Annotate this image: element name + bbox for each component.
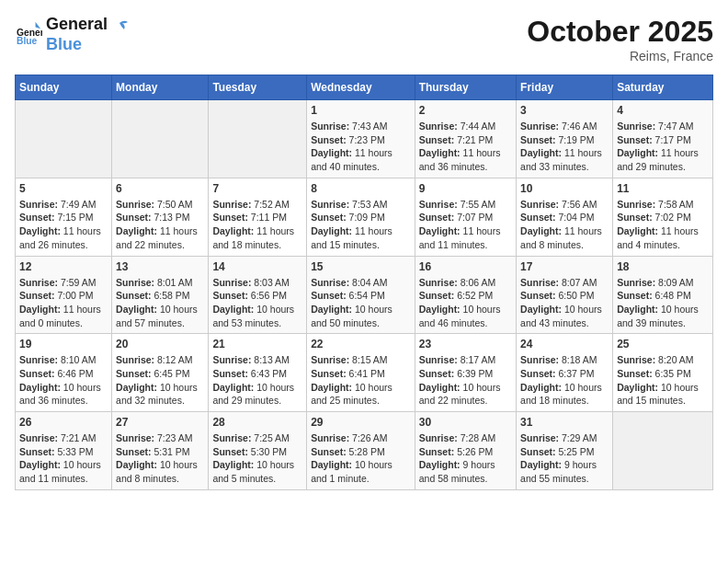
- day-number: 31: [520, 416, 609, 429]
- title-area: October 2025 Reims, France: [527, 15, 713, 63]
- cell-line: Daylight: 10 hours and 15 minutes.: [617, 381, 709, 408]
- logo-general: General: [46, 15, 108, 35]
- day-number: 25: [617, 338, 709, 350]
- cell-line: Sunrise: 7:56 AM: [520, 198, 609, 212]
- cell-line: Sunset: 5:31 PM: [116, 445, 204, 459]
- day-number: 12: [19, 260, 108, 273]
- calendar-cell: 2Sunrise: 7:44 AMSunset: 7:21 PMDaylight…: [415, 100, 516, 178]
- cell-content: Sunrise: 7:58 AMSunset: 7:02 PMDaylight:…: [617, 198, 709, 252]
- logo: General Blue General Blue: [15, 15, 130, 54]
- cell-content: Sunrise: 7:59 AMSunset: 7:00 PMDaylight:…: [19, 276, 108, 330]
- cell-line: Sunset: 7:02 PM: [617, 211, 709, 224]
- cell-line: Sunrise: 8:09 AM: [617, 276, 709, 290]
- cell-line: Sunset: 7:19 PM: [520, 133, 609, 147]
- week-row-3: 19Sunrise: 8:10 AMSunset: 6:46 PMDayligh…: [16, 334, 713, 412]
- cell-line: Sunset: 6:46 PM: [19, 367, 108, 381]
- cell-content: Sunrise: 7:53 AMSunset: 7:09 PMDaylight:…: [311, 198, 411, 252]
- cell-line: Daylight: 10 hours and 1 minute.: [311, 458, 411, 485]
- calendar-cell: 25Sunrise: 8:20 AMSunset: 6:35 PMDayligh…: [613, 334, 713, 412]
- day-number: 13: [116, 260, 204, 273]
- cell-line: Sunrise: 8:18 AM: [520, 353, 609, 367]
- svg-text:Blue: Blue: [17, 36, 38, 46]
- cell-line: Sunset: 7:17 PM: [617, 133, 709, 147]
- header-day-sunday: Sunday: [16, 75, 112, 100]
- cell-content: Sunrise: 7:28 AMSunset: 5:26 PMDaylight:…: [419, 431, 512, 486]
- calendar-cell: 29Sunrise: 7:26 AMSunset: 5:28 PMDayligh…: [307, 412, 415, 490]
- cell-line: Sunset: 7:11 PM: [212, 211, 302, 224]
- cell-line: Sunrise: 7:52 AM: [212, 198, 302, 212]
- calendar-cell: 31Sunrise: 7:29 AMSunset: 5:25 PMDayligh…: [517, 412, 613, 490]
- cell-line: Sunrise: 7:46 AM: [520, 120, 609, 133]
- cell-line: Sunset: 6:58 PM: [116, 289, 204, 303]
- day-number: 2: [419, 104, 512, 117]
- cell-line: Sunrise: 8:06 AM: [419, 276, 512, 290]
- cell-content: Sunrise: 7:25 AMSunset: 5:30 PMDaylight:…: [212, 431, 302, 486]
- day-number: 18: [617, 260, 709, 273]
- logo-blue: Blue: [46, 35, 108, 55]
- cell-line: Sunset: 7:00 PM: [19, 289, 108, 303]
- week-row-1: 5Sunrise: 7:49 AMSunset: 7:15 PMDaylight…: [16, 178, 713, 256]
- cell-content: Sunrise: 7:56 AMSunset: 7:04 PMDaylight:…: [520, 198, 609, 252]
- cell-content: Sunrise: 8:12 AMSunset: 6:45 PMDaylight:…: [116, 353, 204, 408]
- cell-content: Sunrise: 7:49 AMSunset: 7:15 PMDaylight:…: [19, 198, 108, 252]
- day-number: 17: [520, 260, 609, 273]
- cell-line: Daylight: 11 hours and 18 minutes.: [212, 224, 302, 251]
- cell-line: Sunrise: 7:55 AM: [419, 198, 512, 212]
- cell-line: Daylight: 10 hours and 50 minutes.: [311, 303, 411, 329]
- calendar-cell: 11Sunrise: 7:58 AMSunset: 7:02 PMDayligh…: [613, 178, 713, 256]
- cell-line: Sunrise: 8:15 AM: [311, 353, 411, 367]
- week-row-0: 1Sunrise: 7:43 AMSunset: 7:23 PMDaylight…: [16, 100, 713, 178]
- day-number: 3: [520, 104, 609, 117]
- cell-content: Sunrise: 7:50 AMSunset: 7:13 PMDaylight:…: [116, 198, 204, 252]
- day-number: 7: [212, 182, 302, 195]
- cell-content: Sunrise: 8:13 AMSunset: 6:43 PMDaylight:…: [212, 353, 302, 408]
- calendar-cell: 10Sunrise: 7:56 AMSunset: 7:04 PMDayligh…: [517, 178, 613, 256]
- logo-icon: General Blue: [17, 20, 42, 46]
- cell-content: Sunrise: 7:29 AMSunset: 5:25 PMDaylight:…: [520, 431, 609, 486]
- calendar-cell: 20Sunrise: 8:12 AMSunset: 6:45 PMDayligh…: [112, 334, 209, 412]
- cell-line: Sunset: 6:35 PM: [617, 367, 709, 381]
- calendar-cell: [209, 100, 307, 178]
- cell-line: Sunrise: 7:58 AM: [617, 198, 709, 212]
- cell-content: Sunrise: 7:26 AMSunset: 5:28 PMDaylight:…: [311, 431, 411, 486]
- cell-line: Daylight: 11 hours and 29 minutes.: [617, 146, 709, 173]
- calendar-cell: 6Sunrise: 7:50 AMSunset: 7:13 PMDaylight…: [112, 178, 209, 256]
- day-number: 27: [116, 416, 204, 429]
- cell-content: Sunrise: 8:18 AMSunset: 6:37 PMDaylight:…: [520, 353, 609, 408]
- cell-line: Sunset: 5:33 PM: [19, 445, 108, 459]
- cell-content: Sunrise: 7:52 AMSunset: 7:11 PMDaylight:…: [212, 198, 302, 252]
- day-number: 30: [419, 416, 512, 429]
- calendar-cell: 14Sunrise: 8:03 AMSunset: 6:56 PMDayligh…: [209, 256, 307, 334]
- cell-line: Daylight: 10 hours and 43 minutes.: [520, 303, 609, 329]
- cell-line: Sunset: 5:28 PM: [311, 445, 411, 459]
- header-day-saturday: Saturday: [613, 75, 713, 100]
- cell-line: Daylight: 10 hours and 22 minutes.: [419, 381, 512, 408]
- cell-content: Sunrise: 8:15 AMSunset: 6:41 PMDaylight:…: [311, 353, 411, 408]
- day-number: 10: [520, 182, 609, 195]
- cell-line: Sunset: 5:26 PM: [419, 445, 512, 459]
- header-day-thursday: Thursday: [415, 75, 516, 100]
- cell-line: Sunrise: 7:23 AM: [116, 431, 204, 445]
- calendar-cell: 18Sunrise: 8:09 AMSunset: 6:48 PMDayligh…: [613, 256, 713, 334]
- calendar-cell: 5Sunrise: 7:49 AMSunset: 7:15 PMDaylight…: [16, 178, 112, 256]
- cell-line: Daylight: 10 hours and 57 minutes.: [116, 303, 204, 329]
- calendar-cell: 22Sunrise: 8:15 AMSunset: 6:41 PMDayligh…: [307, 334, 415, 412]
- cell-line: Sunrise: 7:25 AM: [212, 431, 302, 445]
- cell-line: Sunrise: 7:49 AM: [19, 198, 108, 212]
- cell-line: Sunset: 6:50 PM: [520, 289, 609, 303]
- cell-line: Sunset: 6:54 PM: [311, 289, 411, 303]
- cell-line: Daylight: 11 hours and 40 minutes.: [311, 146, 411, 173]
- cell-line: Sunset: 5:25 PM: [520, 445, 609, 459]
- cell-content: Sunrise: 8:03 AMSunset: 6:56 PMDaylight:…: [212, 276, 302, 330]
- cell-line: Sunrise: 8:07 AM: [520, 276, 609, 290]
- cell-line: Daylight: 10 hours and 5 minutes.: [212, 458, 302, 485]
- cell-line: Sunrise: 8:13 AM: [212, 353, 302, 367]
- cell-line: Sunset: 6:48 PM: [617, 289, 709, 303]
- week-row-2: 12Sunrise: 7:59 AMSunset: 7:00 PMDayligh…: [16, 256, 713, 334]
- calendar-cell: 4Sunrise: 7:47 AMSunset: 7:17 PMDaylight…: [613, 100, 713, 178]
- cell-line: Daylight: 10 hours and 25 minutes.: [311, 381, 411, 408]
- cell-content: Sunrise: 7:21 AMSunset: 5:33 PMDaylight:…: [19, 431, 108, 486]
- header-day-monday: Monday: [112, 75, 209, 100]
- calendar-cell: [613, 412, 713, 490]
- cell-line: Daylight: 10 hours and 11 minutes.: [19, 458, 108, 485]
